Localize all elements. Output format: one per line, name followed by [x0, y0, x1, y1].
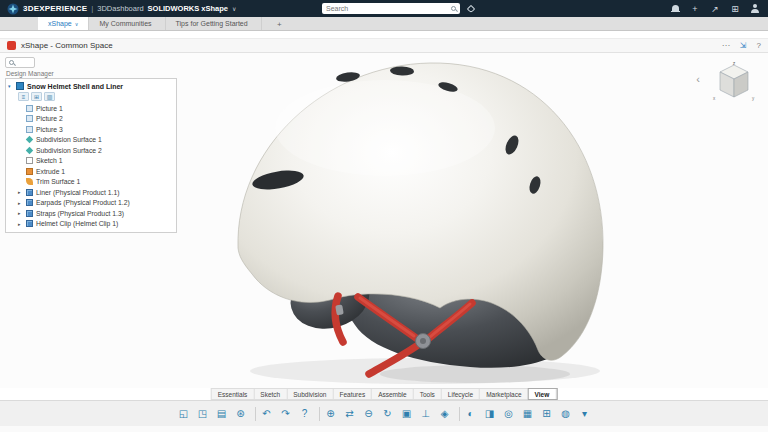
fullscreen-icon[interactable]: ⇲	[740, 41, 747, 50]
search-box[interactable]	[322, 3, 460, 14]
tree-item[interactable]: Extrude 1	[8, 166, 174, 177]
tree-item[interactable]: Picture 3	[8, 124, 174, 135]
ribbon-tab[interactable]: View	[529, 389, 557, 399]
ribbon-tab[interactable]: Subdivision	[287, 389, 333, 399]
compass-logo-icon[interactable]	[7, 3, 19, 15]
tab-label: Tips for Getting Started	[176, 20, 248, 27]
notifications-icon[interactable]	[669, 3, 681, 15]
multi-view-icon[interactable]: ⊞	[538, 405, 555, 423]
tree-item-label: Straps (Physical Product 1.3)	[36, 210, 124, 217]
hide-show-icon[interactable]: ◎	[500, 405, 517, 423]
root-expander-icon[interactable]: ▾	[8, 83, 13, 89]
render-style-icon[interactable]: ◐	[462, 405, 479, 423]
tree-item[interactable]: ▸ Liner (Physical Product 1.1)	[8, 187, 174, 198]
search-icon[interactable]	[451, 6, 456, 11]
app-switcher-caret-icon[interactable]: ∨	[232, 5, 236, 12]
tree-list-view-button[interactable]: ≡	[18, 92, 29, 101]
browser-tab[interactable]: xShape ∨	[38, 17, 89, 30]
tree-detail-view-button[interactable]: ▥	[44, 92, 55, 101]
footer-strip	[0, 426, 768, 432]
redo-icon[interactable]: ↷	[277, 405, 294, 423]
browser-tab[interactable]: Tips for Getting Started	[166, 17, 262, 30]
panel-search-box[interactable]	[5, 57, 35, 68]
normal-to-icon[interactable]: ⊥	[417, 405, 434, 423]
preferences-icon[interactable]: ⊛	[232, 405, 249, 423]
ribbon-tab[interactable]: Essentials	[212, 389, 255, 399]
sketch-icon	[26, 157, 33, 164]
tab-caret-icon: ∨	[75, 21, 79, 27]
tree-item[interactable]: Subdivision Surface 1	[8, 135, 174, 146]
fit-all-icon[interactable]: ▣	[398, 405, 415, 423]
tag-button[interactable]	[466, 4, 476, 14]
tree-root-node[interactable]: ▾ Snow Helmet Shell and Liner	[8, 81, 174, 91]
ground-icon[interactable]: ▦	[519, 405, 536, 423]
rotate-icon[interactable]: ↻	[379, 405, 396, 423]
topbar-actions: + ↗ ⊞	[669, 3, 761, 15]
search-input[interactable]	[326, 3, 451, 14]
new-tab-button[interactable]: +	[268, 17, 291, 31]
tree-item-label: Subdivision Surface 1	[36, 136, 102, 143]
tree-item[interactable]: Sketch 1	[8, 156, 174, 167]
xshape-app-icon	[7, 41, 16, 50]
ribbon-tab[interactable]: Lifecycle	[442, 389, 480, 399]
app-name[interactable]: SOLIDWORKS xShape	[148, 4, 228, 13]
helmet-3d-model[interactable]	[190, 53, 660, 388]
add-icon[interactable]: +	[689, 3, 701, 15]
tree-item[interactable]: Picture 2	[8, 114, 174, 125]
main-viewport[interactable]: Design Manager ▾ Snow Helmet Shell and L…	[0, 53, 768, 388]
tag-icon	[467, 5, 475, 13]
tree-item[interactable]: ▸ Earpads (Physical Product 1.2)	[8, 198, 174, 209]
undo-icon[interactable]: ↶	[258, 405, 275, 423]
more-icon[interactable]: ⋯	[722, 41, 730, 50]
brand-text: 3DEXPERIENCE	[23, 4, 87, 13]
tree-item[interactable]: Trim Surface 1	[8, 177, 174, 188]
app-title: xShape - Common Space	[21, 41, 113, 50]
ribbon-tab[interactable]: Features	[333, 389, 372, 399]
top-bar: 3DEXPERIENCE | 3DDashboard SOLIDWORKS xS…	[0, 0, 768, 17]
profile-icon[interactable]	[749, 3, 761, 15]
app-header: xShape - Common Space ⋯ ⇲ ?	[0, 38, 768, 53]
collapse-right-panel-icon[interactable]: ‹	[696, 73, 700, 85]
apps-grid-icon[interactable]: ⊞	[729, 3, 741, 15]
expand-toolbar-icon[interactable]: ▾	[576, 405, 593, 423]
tree-item[interactable]: ▸ Straps (Physical Product 1.3)	[8, 208, 174, 219]
tree-item-label: Extrude 1	[36, 168, 65, 175]
tab-label: My Communities	[99, 20, 151, 27]
tree-item-label: Picture 2	[36, 115, 63, 122]
display-settings-icon[interactable]: ◍	[557, 405, 574, 423]
tree-item-label: Subdivision Surface 2	[36, 147, 102, 154]
help-icon[interactable]: ?	[757, 41, 761, 50]
dashboard-link[interactable]: 3DDashboard	[97, 4, 143, 13]
tree-item[interactable]: Picture 1	[8, 103, 174, 114]
product-icon	[26, 199, 33, 206]
product-icon	[26, 210, 33, 217]
ribbon-tab[interactable]: Assemble	[372, 389, 414, 399]
zoom-icon[interactable]: ⊖	[360, 405, 377, 423]
tree-item[interactable]: Subdivision Surface 2	[8, 145, 174, 156]
ribbon-tab[interactable]: Sketch	[254, 389, 287, 399]
iso-view-icon[interactable]: ◈	[436, 405, 453, 423]
zoom-area-icon[interactable]: ⊕	[322, 405, 339, 423]
tree-item-label: Sketch 1	[36, 157, 62, 164]
tree-grid-view-button[interactable]: ⊞	[31, 92, 42, 101]
view-cube[interactable]: z x y	[708, 59, 760, 105]
root-product-icon	[16, 82, 24, 90]
ribbon-tab[interactable]: Tools	[414, 389, 442, 399]
export-icon[interactable]: ◳	[194, 405, 211, 423]
tree-item[interactable]: ▸ Helmet Clip (Helmet Clip 1)	[8, 219, 174, 230]
share-3d-icon[interactable]: ◱	[175, 405, 192, 423]
help-toolbar-icon[interactable]: ?	[296, 405, 313, 423]
ribbon-tab[interactable]: Marketplace	[480, 389, 528, 399]
toolbar-icon	[251, 407, 256, 421]
share-icon[interactable]: ↗	[709, 3, 721, 15]
subdiv-icon	[26, 136, 33, 143]
tree-item-label: Liner (Physical Product 1.1)	[36, 189, 120, 196]
browser-tab[interactable]: My Communities	[89, 17, 165, 30]
section-icon[interactable]: ◨	[481, 405, 498, 423]
tree-items: Picture 1 Picture 2 Picture 3	[8, 103, 174, 229]
capture-icon[interactable]: ▤	[213, 405, 230, 423]
tab-label: xShape	[48, 20, 72, 27]
pan-icon[interactable]: ⇄	[341, 405, 358, 423]
root-label: Snow Helmet Shell and Liner	[27, 83, 123, 90]
expander-icon: ▸	[18, 221, 23, 227]
